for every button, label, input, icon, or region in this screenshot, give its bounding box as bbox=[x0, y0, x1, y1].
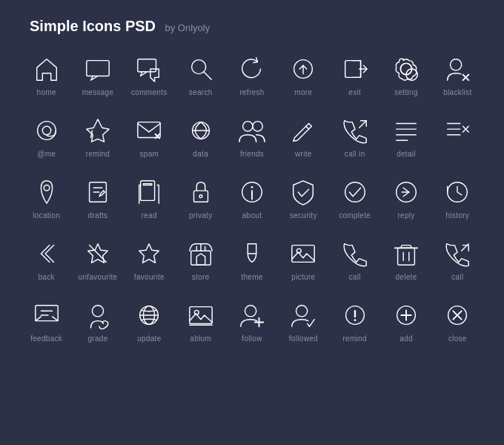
icon-theme[interactable]: theme bbox=[226, 231, 277, 287]
icon-label: feedback bbox=[30, 334, 62, 343]
atme-icon bbox=[30, 114, 63, 147]
follow-icon bbox=[236, 299, 268, 332]
icon-spam[interactable]: spam bbox=[124, 108, 175, 164]
icon-back[interactable]: back bbox=[21, 231, 72, 287]
icon-complete[interactable]: complete bbox=[329, 170, 380, 225]
drafts-icon bbox=[82, 176, 114, 208]
icon-label: search bbox=[189, 88, 213, 96]
icon-location[interactable]: location bbox=[21, 170, 72, 225]
icon-atme[interactable]: @me bbox=[21, 108, 72, 164]
svg-rect-1 bbox=[138, 59, 156, 72]
icon-label: call bbox=[349, 273, 361, 281]
complete-icon bbox=[339, 176, 371, 208]
svg-rect-60 bbox=[398, 248, 415, 265]
icon-label: delete bbox=[395, 273, 417, 281]
svg-point-75 bbox=[245, 306, 256, 317]
icon-label: security bbox=[290, 211, 317, 220]
page-header: Simple Icons PSD by Onlyoly bbox=[0, 0, 504, 47]
ablum-icon bbox=[185, 299, 217, 332]
add-icon bbox=[390, 299, 422, 332]
icon-privacy[interactable]: privaty bbox=[175, 170, 226, 225]
icon-picture[interactable]: picture bbox=[278, 231, 329, 287]
icon-remind[interactable]: remind bbox=[72, 108, 123, 164]
icon-comments[interactable]: comments bbox=[124, 47, 175, 102]
icon-label: favourite bbox=[134, 273, 165, 281]
svg-point-23 bbox=[253, 122, 262, 131]
picture-icon bbox=[287, 237, 319, 270]
icon-home[interactable]: home bbox=[21, 47, 72, 102]
reply-icon bbox=[390, 176, 422, 208]
icon-label: complete bbox=[339, 211, 371, 220]
write-icon bbox=[287, 114, 319, 147]
icon-setting[interactable]: setting bbox=[380, 47, 431, 102]
icon-unfavourite[interactable]: unfavourite bbox=[72, 231, 123, 287]
icon-follow[interactable]: follow bbox=[226, 293, 277, 349]
history-icon bbox=[441, 176, 474, 208]
icon-list-close[interactable] bbox=[432, 108, 483, 164]
remind2-icon bbox=[339, 299, 371, 332]
icon-history[interactable]: history bbox=[432, 170, 483, 225]
icon-drafts[interactable]: drafts bbox=[72, 170, 123, 225]
icon-label: add bbox=[399, 334, 413, 343]
call2-icon bbox=[441, 237, 474, 270]
icon-friends[interactable]: friends bbox=[226, 108, 277, 164]
about-icon bbox=[236, 176, 268, 208]
svg-rect-58 bbox=[292, 245, 314, 263]
icon-security[interactable]: security bbox=[278, 170, 329, 225]
icon-refresh[interactable]: refresh bbox=[226, 47, 277, 102]
icon-label: spam bbox=[140, 150, 159, 158]
theme-icon bbox=[236, 237, 268, 270]
icon-detail[interactable]: detail bbox=[380, 108, 431, 164]
icon-message[interactable]: message bbox=[72, 47, 123, 102]
setting-icon bbox=[390, 53, 422, 85]
grade-icon bbox=[82, 299, 114, 332]
icon-label: call in bbox=[345, 150, 365, 158]
icon-label: blacklist bbox=[443, 88, 471, 96]
icon-data[interactable]: data bbox=[175, 108, 226, 164]
icon-store[interactable]: store bbox=[175, 231, 226, 287]
icon-blacklist[interactable]: blacklist bbox=[432, 47, 483, 102]
icon-reply[interactable]: reply bbox=[380, 170, 431, 225]
store-icon bbox=[185, 237, 217, 270]
icon-search[interactable]: search bbox=[175, 47, 226, 102]
icon-label: detail bbox=[397, 150, 416, 158]
icon-label: message bbox=[82, 88, 114, 96]
icon-close[interactable]: close bbox=[432, 293, 483, 349]
icon-label: friends bbox=[240, 150, 264, 158]
icon-favourite[interactable]: favourite bbox=[124, 231, 175, 287]
icon-label: followed bbox=[289, 334, 318, 343]
icon-label: comments bbox=[131, 88, 168, 96]
data-icon bbox=[185, 114, 217, 147]
svg-rect-6 bbox=[345, 61, 360, 78]
icon-label: remind bbox=[86, 150, 110, 158]
icon-label: data bbox=[193, 150, 208, 158]
icon-more[interactable]: more bbox=[278, 47, 329, 102]
icon-label: picture bbox=[291, 273, 315, 281]
icons-grid: home message comments search refresh mor… bbox=[0, 47, 504, 349]
icon-update[interactable]: update bbox=[124, 293, 175, 349]
message-icon bbox=[82, 53, 114, 85]
refresh-icon bbox=[236, 53, 268, 85]
icon-ablum[interactable]: ablum bbox=[175, 293, 226, 349]
icon-grade[interactable]: grade bbox=[72, 293, 123, 349]
icon-feedback[interactable]: feedback bbox=[21, 293, 72, 349]
icon-exit[interactable]: exit bbox=[329, 47, 380, 102]
icon-call[interactable]: call bbox=[329, 231, 380, 287]
icon-followed[interactable]: followed bbox=[278, 293, 329, 349]
list-close-icon bbox=[441, 114, 474, 147]
icon-label: follow bbox=[242, 334, 262, 343]
icon-about[interactable]: about bbox=[226, 170, 277, 225]
icon-label: reply bbox=[397, 211, 414, 220]
spam-icon bbox=[133, 114, 165, 147]
icon-call-in[interactable]: call in bbox=[329, 108, 380, 164]
icon-remind2[interactable]: remind bbox=[329, 293, 380, 349]
svg-line-24 bbox=[306, 126, 309, 129]
icon-add[interactable]: add bbox=[380, 293, 431, 349]
icon-call2[interactable]: call bbox=[432, 231, 483, 287]
followed-icon bbox=[287, 299, 319, 332]
svg-point-45 bbox=[251, 186, 253, 188]
icon-write[interactable]: write bbox=[278, 108, 329, 164]
icon-read[interactable]: read bbox=[124, 170, 175, 225]
icon-label: drafts bbox=[88, 211, 108, 220]
icon-delete[interactable]: delete bbox=[380, 231, 431, 287]
